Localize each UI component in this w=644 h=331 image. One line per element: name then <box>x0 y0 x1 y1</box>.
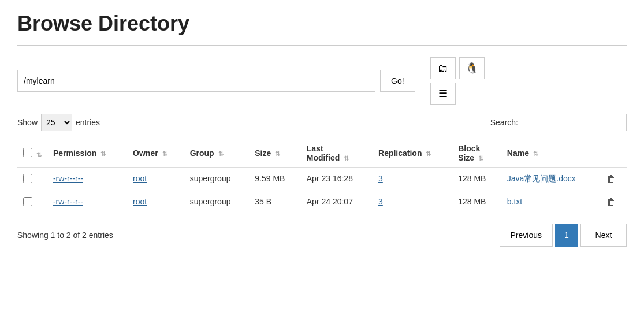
block-size-label: BlockSize <box>458 144 480 162</box>
header-permission[interactable]: Permission ⇅ <box>47 139 127 168</box>
header-checkbox-col: ⇅ <box>17 139 47 168</box>
replication-link-0[interactable]: 3 <box>378 174 383 183</box>
upload-icon: 🐧 <box>466 62 478 75</box>
row-group-0: supergroup <box>184 168 250 191</box>
search-label: Search: <box>490 118 518 127</box>
sort-icon-permission: ⇅ <box>100 150 106 157</box>
table-row: -rw-r--r-- root supergroup 35 B Apr 24 2… <box>17 191 627 214</box>
title-divider <box>17 45 627 46</box>
table-header-row: ⇅ Permission ⇅ Owner ⇅ Group ⇅ Size ⇅ La… <box>17 139 627 168</box>
row-owner-1: root <box>127 191 184 214</box>
owner-link-1[interactable]: root <box>133 197 147 206</box>
showing-text: Showing 1 to 2 of 2 entries <box>17 230 113 240</box>
row-name-0: Java常见问题.docx <box>501 168 601 191</box>
row-permission-1: -rw-r--r-- <box>47 191 127 214</box>
last-modified-label: LastModified <box>307 144 340 162</box>
row-replication-1: 3 <box>373 191 452 214</box>
header-owner[interactable]: Owner ⇅ <box>127 139 184 168</box>
upload-button[interactable]: 🐧 <box>459 57 485 79</box>
row-checkbox-0 <box>17 168 47 191</box>
show-label: Show <box>17 118 38 127</box>
select-all-checkbox[interactable] <box>23 148 32 157</box>
entries-label: entries <box>76 118 100 127</box>
next-button[interactable]: Next <box>580 224 627 247</box>
sort-icon-modified: ⇅ <box>344 155 349 162</box>
sort-icon-size: ⇅ <box>275 150 280 157</box>
search-area: Search: <box>490 114 627 131</box>
controls-row: Show 10 25 50 100 entries Search: <box>17 114 627 131</box>
permission-link-1[interactable]: -rw-r--r-- <box>53 197 83 206</box>
files-table: ⇅ Permission ⇅ Owner ⇅ Group ⇅ Size ⇅ La… <box>17 139 627 214</box>
row-modified-0: Apr 23 16:28 <box>301 168 373 191</box>
footer-row: Showing 1 to 2 of 2 entries Previous 1 N… <box>17 224 627 247</box>
table-body: -rw-r--r-- root supergroup 9.59 MB Apr 2… <box>17 168 627 214</box>
list-icon: ☰ <box>438 87 448 100</box>
path-bar: Go! 🗂 🐧 ☰ <box>17 57 627 105</box>
previous-button[interactable]: Previous <box>500 224 553 247</box>
owner-link-0[interactable]: root <box>133 174 147 183</box>
folder-icon: 🗂 <box>438 62 448 75</box>
header-actions <box>601 139 627 168</box>
header-last-modified[interactable]: LastModified ⇅ <box>301 139 373 168</box>
icon-row-top: 🗂 🐧 <box>430 57 485 79</box>
page-number-1[interactable]: 1 <box>555 224 578 247</box>
row-block-size-0: 128 MB <box>452 168 501 191</box>
sort-icon-block-size: ⇅ <box>478 155 483 162</box>
header-replication[interactable]: Replication ⇅ <box>373 139 452 168</box>
row-size-0: 9.59 MB <box>249 168 300 191</box>
pagination: Previous 1 Next <box>500 224 627 247</box>
row-group-1: supergroup <box>184 191 250 214</box>
icon-group: 🗂 🐧 ☰ <box>430 57 485 105</box>
file-link-0[interactable]: Java常见问题.docx <box>507 174 576 183</box>
list-button[interactable]: ☰ <box>430 83 456 105</box>
row-delete-0: 🗑 <box>601 168 627 191</box>
sort-icon-owner: ⇅ <box>162 150 167 157</box>
go-button[interactable]: Go! <box>380 70 415 92</box>
sort-icon-group: ⇅ <box>218 150 224 157</box>
row-permission-0: -rw-r--r-- <box>47 168 127 191</box>
replication-link-1[interactable]: 3 <box>378 197 383 206</box>
delete-icon-1[interactable]: 🗑 <box>606 197 616 207</box>
sort-icon-replication: ⇅ <box>426 150 431 157</box>
icon-row-bottom: ☰ <box>430 83 485 105</box>
row-name-1: b.txt <box>501 191 601 214</box>
file-link-1[interactable]: b.txt <box>507 197 522 206</box>
row-modified-1: Apr 24 20:07 <box>301 191 373 214</box>
row-checkbox-input-1[interactable] <box>23 197 32 206</box>
sort-icon-name: ⇅ <box>533 150 538 157</box>
row-size-1: 35 B <box>249 191 300 214</box>
row-replication-0: 3 <box>373 168 452 191</box>
header-block-size[interactable]: BlockSize ⇅ <box>452 139 501 168</box>
delete-icon-0[interactable]: 🗑 <box>606 174 616 184</box>
folder-button[interactable]: 🗂 <box>430 57 456 79</box>
row-checkbox-1 <box>17 191 47 214</box>
permission-link-0[interactable]: -rw-r--r-- <box>53 174 83 183</box>
show-entries: Show 10 25 50 100 entries <box>17 114 100 131</box>
sort-icon-select: ⇅ <box>36 151 42 158</box>
header-group[interactable]: Group ⇅ <box>184 139 250 168</box>
row-block-size-1: 128 MB <box>452 191 501 214</box>
header-name[interactable]: Name ⇅ <box>501 139 601 168</box>
table-row: -rw-r--r-- root supergroup 9.59 MB Apr 2… <box>17 168 627 191</box>
row-checkbox-input-0[interactable] <box>23 174 32 183</box>
row-owner-0: root <box>127 168 184 191</box>
row-delete-1: 🗑 <box>601 191 627 214</box>
header-size[interactable]: Size ⇅ <box>249 139 300 168</box>
path-input[interactable] <box>17 70 375 92</box>
search-input[interactable] <box>523 114 627 131</box>
entries-select[interactable]: 10 25 50 100 <box>41 114 72 131</box>
page-title: Browse Directory <box>17 12 627 36</box>
